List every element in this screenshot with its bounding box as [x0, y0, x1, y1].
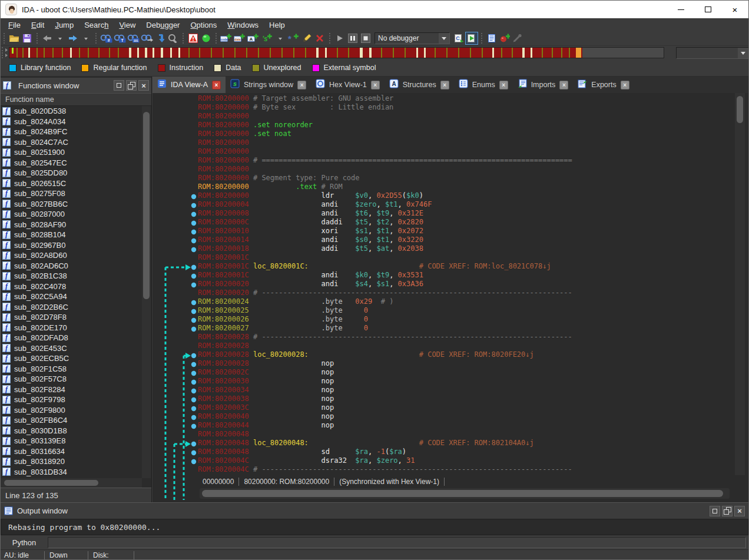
disasm-line[interactable]: ROM:8020003C nop	[198, 403, 572, 412]
function-list-item[interactable]: fsub_802E453C	[1, 343, 142, 354]
function-list-item[interactable]: fsub_8024C7AC	[1, 137, 142, 148]
disasm-line[interactable]: ROM:80200048 loc_80200048: # CODE XREF: …	[198, 439, 572, 448]
tab-close-icon[interactable]: ×	[297, 81, 306, 90]
tab-strings-window[interactable]: sStrings window×	[226, 77, 311, 93]
debugger-combo-dropdown-icon[interactable]	[439, 33, 449, 44]
function-list-item[interactable]: fsub_8031DB34	[1, 467, 142, 478]
functions-window-header[interactable]: f Functions window ×	[1, 78, 151, 93]
python-input[interactable]	[48, 537, 746, 548]
undefine-icon[interactable]	[313, 32, 326, 45]
script-command-icon[interactable]	[485, 32, 498, 45]
disasm-line[interactable]: ROM:80200018 addi $t5, $at, 0x2038	[198, 244, 572, 253]
function-list-item[interactable]: fsub_8030D1B8	[1, 426, 142, 436]
disasm-line[interactable]: ROM:80200000 .text # ROM	[198, 183, 572, 191]
make-ascii-icon[interactable]: A	[247, 32, 260, 45]
maximize-button[interactable]	[694, 1, 721, 18]
make-array-icon[interactable]: *	[287, 32, 300, 45]
disasm-line[interactable]: ROM:80200014 andi $s0, $t1, 0x3220	[198, 236, 572, 244]
search-next-icon[interactable]	[140, 32, 154, 45]
menu-search[interactable]: Search	[79, 19, 114, 31]
disasm-line[interactable]: ROM:8020002C nop	[198, 368, 572, 377]
functions-horizontal-scrollbar[interactable]	[1, 478, 142, 488]
disasm-line[interactable]: ROM:8020004C dsra32 $ra, $zero, 31	[198, 456, 572, 465]
disasm-line[interactable]: ROM:80200048	[198, 430, 572, 439]
functions-close-button[interactable]: ×	[138, 80, 149, 91]
menu-debugger[interactable]: Debugger	[141, 19, 185, 31]
menu-jump[interactable]: Jump	[49, 19, 79, 31]
output-window-header[interactable]: Output window ×	[1, 503, 748, 519]
debugger-combo[interactable]: No debugger	[374, 32, 450, 44]
function-list-item[interactable]: fsub_80316634	[1, 446, 142, 457]
disasm-line[interactable]: ROM:80200030 nop	[198, 377, 572, 386]
tab-close-icon[interactable]: ×	[499, 81, 508, 90]
function-list-item[interactable]: fsub_80318920	[1, 456, 142, 467]
function-list-item[interactable]: fsub_80287000	[1, 209, 142, 220]
back-history-caret-icon[interactable]	[54, 32, 67, 45]
function-list-item[interactable]: fsub_80275F08	[1, 188, 142, 199]
functions-hscroll-thumb[interactable]	[4, 480, 98, 486]
functions-float-button[interactable]	[126, 80, 137, 91]
function-list-item[interactable]: fsub_8024A034	[1, 117, 142, 127]
disasm-line[interactable]: ROM:80200000	[198, 165, 572, 174]
function-list-item[interactable]: fsub_802547EC	[1, 158, 142, 168]
search-binary-icon[interactable]: 101	[127, 32, 140, 45]
function-list-item[interactable]: fsub_802F57C8	[1, 374, 142, 385]
menu-edit[interactable]: Edit	[26, 19, 49, 31]
disasm-line[interactable]: ROM:8020001C	[198, 253, 572, 262]
disasm-line[interactable]: ROM:80200000 # Target assembler: GNU ass…	[198, 94, 572, 103]
function-list-item[interactable]: fsub_8027BB6C	[1, 199, 142, 210]
string-type-caret-icon[interactable]	[274, 32, 287, 45]
function-list-item[interactable]: fsub_802C4078	[1, 281, 142, 292]
function-list-item[interactable]: fsub_8028AF90	[1, 220, 142, 230]
band-range-dropdown-icon[interactable]	[738, 48, 748, 58]
disasm-line[interactable]: ROM:80200000 .set noat	[198, 130, 572, 138]
output-close-button[interactable]: ×	[734, 506, 745, 516]
function-list-item[interactable]: fsub_80251900	[1, 147, 142, 158]
disasm-line[interactable]: ROM:80200004 andi $zero, $t1, 0x746F	[198, 200, 572, 209]
disasm-line[interactable]: ROM:80200000 .set noreorder	[198, 121, 572, 130]
tab-enums[interactable]: Enums×	[454, 77, 513, 93]
disasm-line[interactable]: ROM:80200044 nop	[198, 421, 572, 430]
functions-maximize-button[interactable]	[114, 80, 124, 91]
disasm-line[interactable]: ROM:80200008 andi $t6, $t9, 0x312E	[198, 209, 572, 218]
tab-close-icon[interactable]: ×	[440, 81, 449, 90]
disasm-line[interactable]: ROM:80200048 sd $ra, -1($ra)	[198, 448, 572, 456]
disasm-line[interactable]: ROM:80200000	[198, 112, 572, 121]
disasm-line[interactable]: ROM:80200000 # Segment type: Pure code	[198, 174, 572, 183]
add-breakpoint-icon[interactable]	[498, 32, 511, 45]
disasm-line[interactable]: ROM:80200038 nop	[198, 395, 572, 403]
function-list-item[interactable]: fsub_8020D538	[1, 106, 142, 117]
debugger-pause-icon[interactable]	[346, 32, 359, 45]
tab-exports[interactable]: Exports×	[573, 77, 634, 93]
function-list-item[interactable]: fsub_802B1C38	[1, 271, 142, 281]
disasm-line[interactable]: ROM:80200028 # -------------------------…	[198, 333, 572, 342]
function-list-item[interactable]: fsub_802F1C58	[1, 364, 142, 375]
output-maximize-button[interactable]	[710, 506, 720, 516]
function-list-item[interactable]: fsub_8025DD80	[1, 168, 142, 178]
disasm-line[interactable]: ROM:80200024 .byte 0x29 # )	[198, 297, 572, 306]
function-list-item[interactable]: fsub_8026515C	[1, 178, 142, 189]
disasm-line[interactable]: ROM:80200000 ldr $v0, 0x2D55($k0)	[198, 191, 572, 200]
disasm-hscroll-thumb[interactable]	[202, 490, 723, 497]
band-range-combo[interactable]	[676, 47, 749, 59]
disasm-line[interactable]: ROM:80200000 # =========================…	[198, 156, 572, 165]
search-lock-icon[interactable]	[167, 32, 180, 45]
problems-icon[interactable]	[187, 32, 200, 45]
forward-history-caret-icon[interactable]	[79, 32, 92, 45]
disasm-line[interactable]: ROM:80200026 .byte 0	[198, 315, 572, 324]
save-icon[interactable]	[21, 32, 34, 45]
search-text-icon[interactable]: T	[113, 32, 127, 45]
function-list-item[interactable]: fsub_802FB6C4	[1, 415, 142, 426]
navigate-forward-icon[interactable]	[67, 32, 79, 45]
disasm-horizontal-scrollbar[interactable]	[200, 488, 730, 499]
disasm-line[interactable]: ROM:8020000C daddi $t5, $t2, 0x2820	[198, 218, 572, 227]
minimize-button[interactable]	[667, 1, 694, 18]
disasm-line[interactable]: ROM:8020004C # -------------------------…	[198, 465, 572, 474]
function-list-item[interactable]: fsub_802F9798	[1, 395, 142, 405]
navigation-band[interactable]	[9, 47, 664, 58]
disasm-vertical-scrollbar[interactable]	[735, 93, 745, 475]
function-list-item[interactable]: fsub_802C5A94	[1, 291, 142, 302]
disasm-line[interactable]: ROM:80200025 .byte 0	[198, 306, 572, 315]
output-float-button[interactable]	[722, 506, 733, 516]
tab-close-icon[interactable]: ×	[621, 81, 629, 90]
